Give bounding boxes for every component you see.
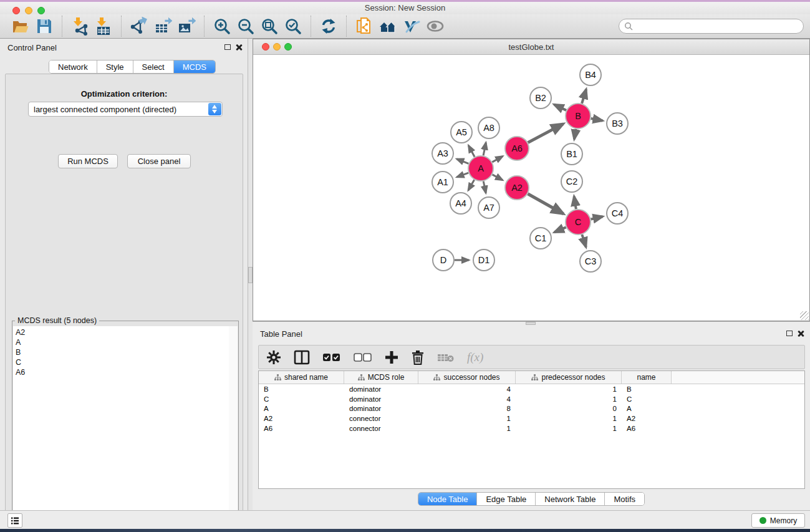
node-D1[interactable]: D1: [473, 249, 494, 271]
tab-network-table[interactable]: Network Table: [536, 493, 605, 505]
table-cell[interactable]: A2: [259, 415, 344, 422]
zoom-network-icon[interactable]: [284, 43, 292, 51]
edge-B-B3[interactable]: [591, 118, 603, 121]
open-folder-icon[interactable]: [10, 16, 31, 37]
close-window-icon[interactable]: [12, 7, 20, 14]
table-cell[interactable]: A2: [622, 415, 672, 422]
result-item[interactable]: C: [16, 357, 229, 367]
table-cell[interactable]: dominator: [344, 405, 418, 412]
birdseye-view-icon[interactable]: [425, 16, 446, 37]
table-cell[interactable]: dominator: [344, 395, 418, 403]
node-A[interactable]: A: [468, 156, 493, 181]
float-panel-icon[interactable]: [786, 331, 793, 336]
search-input[interactable]: [635, 22, 803, 31]
run-mcds-button[interactable]: Run MCDS: [58, 154, 118, 168]
table-cell[interactable]: 4: [418, 385, 516, 393]
edge-A-A3[interactable]: [456, 159, 468, 164]
edge-A-A6[interactable]: [492, 157, 503, 162]
edge-A-A2[interactable]: [493, 175, 503, 180]
export-table-icon[interactable]: [152, 16, 173, 37]
network-canvas[interactable]: B4B2BB3A8A5A6A3B1AC2A1A2A4A7C4CC1DD1C3: [253, 55, 809, 321]
tab-mcds[interactable]: MCDS: [174, 60, 215, 73]
minimize-network-icon[interactable]: [273, 43, 281, 51]
splitter-handle[interactable]: [248, 267, 253, 283]
zoom-out-icon[interactable]: [235, 16, 256, 37]
result-item[interactable]: A: [16, 337, 229, 347]
edge-A6-B[interactable]: [528, 124, 563, 143]
node-C2[interactable]: C2: [561, 171, 582, 192]
node-B1[interactable]: B1: [561, 143, 582, 165]
node-C3[interactable]: C3: [580, 251, 601, 272]
node-A6[interactable]: A6: [505, 137, 529, 160]
node-B2[interactable]: B2: [530, 87, 551, 109]
column-header-successor-nodes[interactable]: successor nodes: [418, 371, 516, 384]
edge-A-A5[interactable]: [468, 145, 475, 157]
home-icon[interactable]: [377, 16, 398, 37]
tab-network[interactable]: Network: [49, 60, 97, 73]
table-cell[interactable]: 1: [516, 425, 622, 432]
zoom-fit-icon[interactable]: [259, 16, 280, 37]
close-panel-button[interactable]: Close panel: [127, 154, 191, 168]
table-cell[interactable]: 8: [418, 405, 516, 412]
mcds-result-list[interactable]: A2ABCA6: [13, 326, 230, 532]
edge-B-B1[interactable]: [574, 129, 576, 140]
select-all-icon[interactable]: [322, 349, 341, 366]
network-window-titlebar[interactable]: testGlobe.txt: [253, 39, 809, 55]
node-A7[interactable]: A7: [478, 197, 499, 218]
node-A8[interactable]: A8: [478, 117, 499, 138]
table-row[interactable]: Adominator80A: [259, 404, 804, 414]
edge-A2-C[interactable]: [528, 194, 563, 214]
table-cell[interactable]: A: [259, 405, 344, 412]
column-header-shared-name[interactable]: shared name: [259, 371, 344, 384]
column-header-predecessor-nodes[interactable]: predecessor nodes: [516, 371, 622, 384]
node-A4[interactable]: A4: [450, 193, 471, 214]
table-cell[interactable]: B: [622, 385, 672, 393]
search-box[interactable]: [619, 19, 804, 34]
memory-button[interactable]: Memory: [751, 513, 805, 528]
edge-A-A8[interactable]: [483, 143, 486, 156]
result-item[interactable]: A2: [16, 327, 229, 337]
float-panel-icon[interactable]: [224, 44, 231, 50]
column-header-MCDS-role[interactable]: MCDS role: [344, 371, 418, 384]
deselect-all-icon[interactable]: [354, 349, 372, 366]
export-image-icon[interactable]: [176, 16, 197, 37]
node-C4[interactable]: C4: [607, 203, 628, 224]
table-cell[interactable]: C: [622, 395, 672, 403]
close-panel-icon[interactable]: [797, 330, 804, 337]
edge-B-B2[interactable]: [554, 104, 566, 110]
table-cell[interactable]: 1: [418, 415, 516, 422]
edge-C-C4[interactable]: [591, 216, 602, 219]
node-A5[interactable]: A5: [451, 122, 472, 143]
table-cell[interactable]: dominator: [344, 385, 418, 393]
optimization-criterion-select[interactable]: largest connected component (directed): [28, 102, 223, 117]
node-A3[interactable]: A3: [432, 143, 453, 164]
save-icon[interactable]: [34, 16, 55, 37]
table-row[interactable]: Bdominator41B: [259, 384, 804, 394]
node-B[interactable]: B: [566, 104, 591, 128]
result-item[interactable]: A6: [16, 367, 229, 377]
table-cell[interactable]: 1: [516, 395, 622, 403]
table-cell[interactable]: A6: [622, 425, 672, 432]
edge-C-C2[interactable]: [574, 196, 576, 210]
edge-A-A7[interactable]: [483, 181, 486, 193]
close-panel-icon[interactable]: [235, 44, 243, 51]
tab-motifs[interactable]: Motifs: [605, 493, 644, 505]
close-network-icon[interactable]: [262, 43, 269, 51]
edge-B-B4[interactable]: [582, 89, 586, 104]
edge-C-C1[interactable]: [554, 227, 566, 232]
node-C1[interactable]: C1: [530, 228, 551, 249]
node-B4[interactable]: B4: [580, 64, 601, 85]
zoom-selected-icon[interactable]: [282, 16, 304, 37]
table-cell[interactable]: C: [259, 395, 344, 403]
node-C[interactable]: C: [566, 210, 591, 235]
table-cell[interactable]: B: [259, 385, 344, 393]
gear-icon[interactable]: [266, 349, 281, 366]
table-cell[interactable]: 1: [516, 385, 622, 393]
resize-grip-icon[interactable]: [800, 311, 809, 320]
minimize-window-icon[interactable]: [25, 7, 32, 14]
delete-icon[interactable]: [411, 349, 425, 366]
add-column-icon[interactable]: [385, 349, 398, 366]
node-A1[interactable]: A1: [432, 172, 453, 193]
zoom-window-icon[interactable]: [37, 7, 45, 14]
zoom-in-icon[interactable]: [211, 16, 233, 37]
